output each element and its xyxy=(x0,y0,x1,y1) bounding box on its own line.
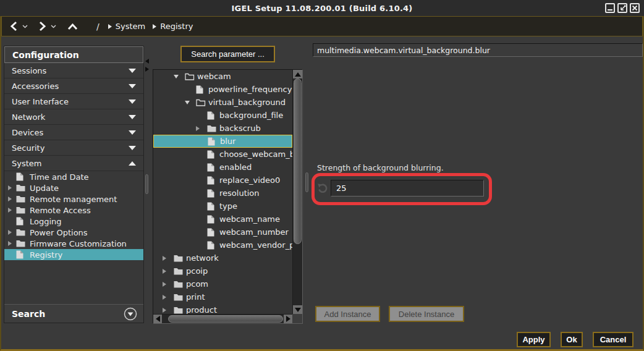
sidebar-item-label: Registry xyxy=(30,250,62,260)
file-icon xyxy=(196,85,206,94)
sidebar-item-label: Power Options xyxy=(30,228,88,237)
tree-node-pcoip[interactable]: pcoip xyxy=(153,264,292,277)
tree-node-blur[interactable]: blur xyxy=(153,135,292,148)
collapse-right-icon[interactable] xyxy=(145,67,149,72)
file-icon xyxy=(207,241,218,250)
apply-button[interactable]: Apply xyxy=(517,332,551,347)
add-instance-button[interactable]: Add Instance xyxy=(315,306,380,322)
expand-section-icon xyxy=(129,99,136,104)
close-button[interactable] xyxy=(630,3,640,13)
reset-to-default-button[interactable] xyxy=(316,182,329,193)
tree-node-virtual-background[interactable]: virtual_background xyxy=(153,96,292,109)
tree-node-powerline-frequency[interactable]: powerline_frequency xyxy=(153,83,292,96)
scroll-right-button[interactable] xyxy=(284,315,292,323)
back-history-caret[interactable] xyxy=(22,25,28,28)
tree-node-product[interactable]: product xyxy=(153,303,292,314)
scroll-left-button[interactable] xyxy=(153,315,162,323)
tree-node-webcam-vendor-pro[interactable]: webcam_vendor_pro xyxy=(153,239,292,252)
expander-collapsed-icon[interactable] xyxy=(163,282,174,287)
tree-node-resolution[interactable]: resolution xyxy=(153,187,292,200)
forward-history-caret[interactable] xyxy=(51,25,56,28)
search-parameter-button[interactable]: Search parameter ... xyxy=(180,46,275,62)
sidebar-item-logging[interactable]: Logging xyxy=(4,216,143,227)
expander-expanded-icon[interactable] xyxy=(174,75,185,78)
tree-node-network[interactable]: network xyxy=(153,252,292,264)
sidebar-item-remote-access[interactable]: Remote Access xyxy=(4,205,143,216)
tree-node-label: replace_video0 xyxy=(218,176,280,185)
expand-section-icon xyxy=(129,146,136,150)
tree-node-backscrub[interactable]: backscrub xyxy=(153,122,292,135)
cancel-button[interactable]: Cancel xyxy=(593,332,633,347)
breadcrumb-root[interactable]: / xyxy=(96,22,100,32)
tree-node-label: product xyxy=(184,305,217,314)
expander-collapsed-icon[interactable] xyxy=(8,185,16,190)
expander-collapsed-icon[interactable] xyxy=(8,230,16,235)
tree-node-label: webcam_name xyxy=(218,214,280,224)
expander-collapsed-icon[interactable] xyxy=(163,308,174,313)
horizontal-scroll-thumb[interactable] xyxy=(168,315,283,323)
sidebar-section-sessions[interactable]: Sessions xyxy=(4,63,143,78)
tree-node-label: choose_webcam_by xyxy=(218,150,292,159)
parameter-value-input[interactable] xyxy=(331,180,484,197)
breadcrumb-registry[interactable]: Registry xyxy=(153,22,193,31)
sidebar-section-network[interactable]: Network xyxy=(4,109,143,125)
chevron-down-icon xyxy=(51,25,56,28)
vertical-scroll-thumb[interactable] xyxy=(294,78,302,244)
tree-node-label: blur xyxy=(218,137,235,146)
folder-icon xyxy=(16,229,30,236)
sidebar-item-update[interactable]: Update xyxy=(4,182,143,193)
tree-node-webcam[interactable]: webcam xyxy=(153,70,292,83)
tree-node-webcam-name[interactable]: webcam_name xyxy=(153,213,292,226)
expander-expanded-icon[interactable] xyxy=(185,101,196,104)
sidebar-splitter-grip[interactable] xyxy=(145,174,148,194)
sidebar-item-power-options[interactable]: Power Options xyxy=(4,227,143,238)
search-section-header[interactable]: Search xyxy=(4,304,143,323)
tree-node-replace-video0[interactable]: replace_video0 xyxy=(153,174,292,187)
scroll-up-icon xyxy=(295,72,301,77)
tree-node-choose-webcam-by[interactable]: choose_webcam_by xyxy=(153,148,292,161)
expander-collapsed-icon[interactable] xyxy=(196,126,207,131)
sidebar-section-security[interactable]: Security xyxy=(4,140,143,156)
search-section-label: Search xyxy=(12,309,45,319)
sidebar-section-user-interface[interactable]: User Interface xyxy=(4,94,143,109)
scroll-down-button[interactable] xyxy=(293,305,302,314)
horizontal-scroll-track[interactable] xyxy=(162,315,284,323)
tree-node-background-file[interactable]: background_file xyxy=(153,109,292,122)
expand-search-icon[interactable] xyxy=(124,307,137,321)
tree-node-type[interactable]: type xyxy=(153,200,292,213)
expander-collapsed-icon[interactable] xyxy=(163,295,174,300)
sidebar-item-time-and-date[interactable]: Time and Date xyxy=(4,171,143,182)
detail-splitter-grip[interactable] xyxy=(305,172,308,192)
sidebar-item-remote-management[interactable]: Remote management xyxy=(4,193,143,205)
delete-instance-button[interactable]: Delete Instance xyxy=(389,306,464,322)
vertical-scroll-track[interactable] xyxy=(293,78,302,305)
breadcrumb-system[interactable]: System xyxy=(108,22,145,31)
tree-node-pcom[interactable]: pcom xyxy=(153,277,292,290)
parameter-path-field[interactable]: multimedia.webcam.virtual_background.blu… xyxy=(313,43,643,57)
horizontal-scrollbar[interactable] xyxy=(153,314,292,323)
sidebar-section-system[interactable]: System xyxy=(4,156,143,171)
back-button[interactable] xyxy=(9,21,19,32)
sidebar-item-firmware-customization[interactable]: Firmware Customization xyxy=(4,238,143,249)
scroll-up-button[interactable] xyxy=(293,70,302,78)
up-level-button[interactable] xyxy=(67,23,78,30)
expander-collapsed-icon[interactable] xyxy=(8,208,16,213)
sidebar-section-accessories[interactable]: Accessories xyxy=(4,78,143,94)
expander-collapsed-icon[interactable] xyxy=(8,197,16,201)
expander-collapsed-icon[interactable] xyxy=(8,241,16,246)
expander-collapsed-icon[interactable] xyxy=(163,269,174,274)
sidebar-section-devices[interactable]: Devices xyxy=(4,125,143,140)
forward-button[interactable] xyxy=(38,21,47,32)
tree-node-label: print xyxy=(184,292,205,302)
collapse-left-icon[interactable] xyxy=(145,59,149,64)
tree-node-enabled[interactable]: enabled xyxy=(153,161,292,174)
minimize-button[interactable] xyxy=(605,3,615,13)
expander-collapsed-icon[interactable] xyxy=(163,256,174,261)
restore-button[interactable] xyxy=(617,3,627,13)
vertical-scrollbar[interactable] xyxy=(292,70,302,314)
window-title: IGEL Setup 11.08.200.01 (Build 6.10.4) xyxy=(232,4,413,13)
ok-button[interactable]: Ok xyxy=(561,332,583,347)
sidebar-item-registry[interactable]: Registry xyxy=(4,249,143,260)
tree-node-webcam-number[interactable]: webcam_number xyxy=(153,226,292,239)
tree-node-print[interactable]: print xyxy=(153,290,292,303)
